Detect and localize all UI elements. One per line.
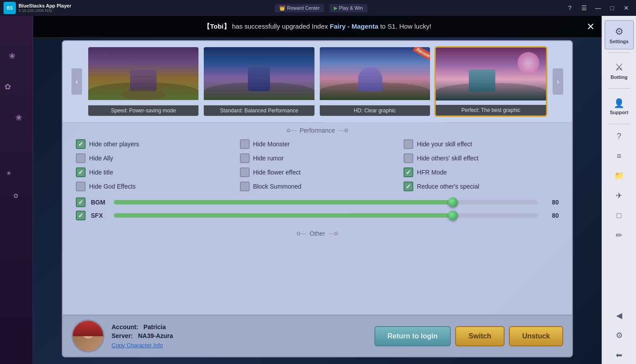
block-summoned-item[interactable]: Block Summoned xyxy=(240,182,395,191)
close-button[interactable]: ✕ xyxy=(620,3,632,13)
hd-mode-thumb[interactable]: HD: Clear graphic Recom xyxy=(319,46,431,117)
sidebar-support-label: Support xyxy=(610,110,628,115)
hide-title-item[interactable]: Hide title xyxy=(76,167,231,177)
hd-bg xyxy=(320,47,430,100)
sidebar-edit-icon[interactable]: ✏ xyxy=(610,227,628,244)
bgm-slider[interactable] xyxy=(114,200,538,204)
hfr-mode-item[interactable]: HFR Mode xyxy=(404,167,559,177)
hide-monster-label: Hide Monster xyxy=(253,141,290,148)
sfx-fill xyxy=(114,213,453,218)
settings-panel: ⚙ Settings ‹ Speed: Power-saving mode xyxy=(62,40,573,357)
sidebar-divider-1 xyxy=(608,52,630,53)
hide-title-checkbox[interactable] xyxy=(76,167,86,177)
perfect-mode-label: Perfect: The best graphic xyxy=(436,105,546,115)
reduce-others-special-checkbox[interactable] xyxy=(404,182,413,191)
maximize-button[interactable]: □ xyxy=(606,3,618,13)
hide-flower-effect-item[interactable]: Hide flower effect xyxy=(240,167,395,177)
hide-ally-item[interactable]: Hide Ally xyxy=(76,153,231,163)
bgm-thumb[interactable] xyxy=(448,197,458,207)
app-version: 5.10.220.1005 N32 xyxy=(19,8,71,13)
sidebar-botting-button[interactable]: ⚔ Botting xyxy=(605,56,634,85)
hide-god-effects-checkbox[interactable] xyxy=(76,182,86,191)
hide-other-players-item[interactable]: Hide other players xyxy=(76,139,231,149)
account-server-line: Server: NA39-Azura xyxy=(112,332,367,339)
sidebar-plane-icon[interactable]: ✈ xyxy=(610,187,628,204)
account-label: Account: xyxy=(112,323,138,331)
hide-ally-checkbox[interactable] xyxy=(76,153,86,163)
sfx-label: SFX xyxy=(91,212,108,219)
sidebar-square-icon[interactable]: □ xyxy=(610,207,628,224)
sfx-checkbox[interactable] xyxy=(76,211,86,220)
switch-button[interactable]: Switch xyxy=(455,326,505,346)
game-area: 【Tobi】 has successfully upgraded Index F… xyxy=(33,16,602,364)
sidebar-settings-label: Settings xyxy=(610,39,629,44)
account-name-line: Account: Patricia xyxy=(112,323,367,331)
sidebar-back-icon[interactable]: ◀ xyxy=(610,307,628,324)
hide-title-label: Hide title xyxy=(89,169,113,176)
close-notification-button[interactable]: ✕ xyxy=(587,21,595,33)
server-label: Server: xyxy=(112,332,133,339)
menu-button[interactable]: ☰ xyxy=(578,3,590,13)
return-to-login-button[interactable]: Return to login xyxy=(374,326,451,346)
hide-god-effects-label: Hide God Effects xyxy=(89,183,136,190)
sidebar-left-arrow-icon[interactable]: ⬅ xyxy=(610,346,628,364)
sidebar-settings-button[interactable]: ⚙ Settings xyxy=(605,20,634,49)
sidebar-menu-icon[interactable]: ≡ xyxy=(610,147,628,165)
hide-flower-effect-checkbox[interactable] xyxy=(240,167,250,177)
standard-mode-thumb[interactable]: Standard: Balanced Performance xyxy=(203,46,315,117)
sfx-value: 80 xyxy=(543,212,559,219)
bgm-checkbox[interactable] xyxy=(76,197,86,207)
sfx-slider[interactable] xyxy=(114,213,538,218)
graphics-next-button[interactable]: › xyxy=(553,68,563,95)
app-logo: BS xyxy=(4,2,16,14)
account-bar: Account: Patricia Server: NA39-Azura Cop… xyxy=(63,315,572,357)
hide-rumor-item[interactable]: Hide rumor xyxy=(240,153,395,163)
sfx-row: SFX 80 xyxy=(76,211,559,220)
minimize-button[interactable]: — xyxy=(592,3,604,13)
graphics-prev-button[interactable]: ‹ xyxy=(71,68,82,95)
sidebar-gear-icon[interactable]: ⚙ xyxy=(610,327,628,344)
titlebar: BS BlueStacks App Player 5.10.220.1005 N… xyxy=(0,0,636,16)
flower-decoration-3: ❀ xyxy=(15,113,22,123)
reduce-others-special-item[interactable]: Reduce other's special xyxy=(404,182,559,191)
bgm-row: BGM 80 xyxy=(76,197,559,207)
flower-decoration-4: ❀ xyxy=(7,170,11,176)
hfr-mode-checkbox[interactable] xyxy=(404,167,413,177)
right-sidebar: ⚙ Settings ⚔ Botting 👤 Support ? ≡ 📁 ✈ □… xyxy=(602,16,636,364)
reduce-others-special-label: Reduce other's special xyxy=(417,183,479,190)
avatar xyxy=(71,319,105,353)
hide-monster-checkbox[interactable] xyxy=(240,139,250,149)
hide-other-players-checkbox[interactable] xyxy=(76,139,86,149)
hide-your-skill-checkbox[interactable] xyxy=(404,139,413,149)
speed-mode-thumb[interactable]: Speed: Power-saving mode xyxy=(87,46,199,117)
play-win-button[interactable]: ▶ Play & Win xyxy=(329,4,367,12)
settings-icon: ⚙ xyxy=(615,26,624,37)
sidebar-help-icon[interactable]: ? xyxy=(610,127,628,145)
botting-icon: ⚔ xyxy=(615,62,624,73)
hide-rumor-checkbox[interactable] xyxy=(240,153,250,163)
help-button[interactable]: ? xyxy=(564,3,576,13)
sfx-thumb[interactable] xyxy=(448,211,458,220)
sidebar-divider-2 xyxy=(608,88,630,89)
unstuck-button[interactable]: Unstuck xyxy=(509,326,563,346)
hide-others-skill-checkbox[interactable] xyxy=(404,153,413,163)
reward-center-button[interactable]: 👑 Reward Center xyxy=(275,4,324,12)
sidebar-folder-icon[interactable]: 📁 xyxy=(610,167,628,185)
hide-monster-item[interactable]: Hide Monster xyxy=(240,139,395,149)
sidebar-support-button[interactable]: 👤 Support xyxy=(605,92,634,121)
notification-text: 【Tobi】 has successfully upgraded Index F… xyxy=(203,22,431,31)
graphics-modes-row: ‹ Speed: Power-saving mode Standard: Bal… xyxy=(63,41,572,123)
settings-left-tab[interactable]: ⚙ Settings xyxy=(62,45,63,85)
flower-decoration-2: ✿ xyxy=(4,82,11,92)
hide-god-effects-item[interactable]: Hide God Effects xyxy=(76,182,231,191)
checkbox-grid: Hide other players Hide Monster Hide you… xyxy=(76,139,559,191)
audio-section: BGM 80 SFX xyxy=(76,197,559,220)
perfect-mode-thumb[interactable]: Perfect: The best graphic xyxy=(434,46,547,117)
hide-others-skill-item[interactable]: Hide others' skill effect xyxy=(404,153,559,163)
hide-other-players-label: Hide other players xyxy=(89,141,139,148)
server-name: NA39-Azura xyxy=(138,332,173,339)
bgm-label: BGM xyxy=(91,199,108,206)
copy-character-info-link[interactable]: Copy Character Info xyxy=(112,342,163,349)
hide-your-skill-item[interactable]: Hide your skill effect xyxy=(404,139,559,149)
block-summoned-checkbox[interactable] xyxy=(240,182,250,191)
